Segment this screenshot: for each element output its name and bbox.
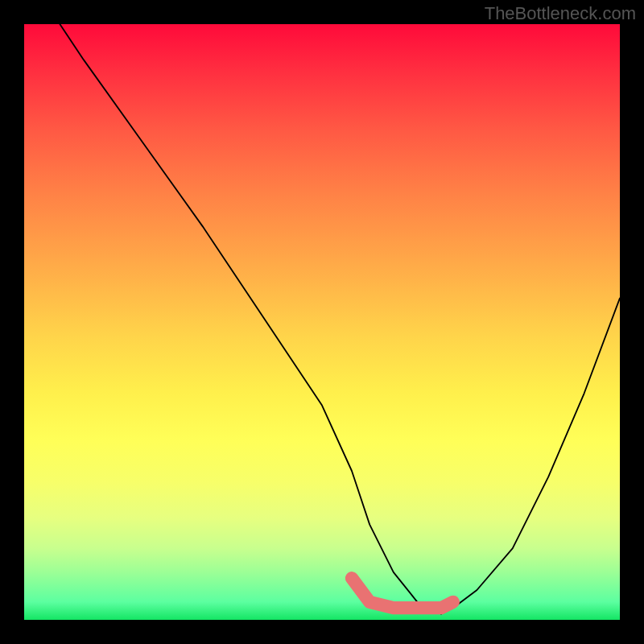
watermark-text: TheBottleneck.com [485,3,636,24]
chart-svg [24,24,620,620]
chart-plot-area [24,24,620,620]
bottleneck-curve-line [60,24,620,614]
